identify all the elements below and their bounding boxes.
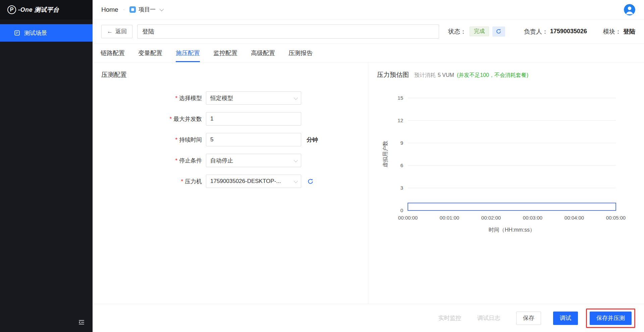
estimate-label: 预计消耗 bbox=[414, 72, 436, 79]
load-machine-select[interactable]: 17590035026-DESKTOP-... bbox=[206, 175, 301, 188]
model-label: 选择模型 bbox=[101, 94, 202, 102]
max-concurrency-label: 最大并发数 bbox=[101, 115, 202, 123]
sidebar: P -One 测试平台 测试场景 bbox=[0, 0, 93, 332]
topbar-right bbox=[624, 4, 635, 15]
tab-pressure-config[interactable]: 施压配置 bbox=[176, 44, 200, 62]
form-row-duration: 持续时间 分钟 bbox=[101, 133, 359, 146]
scene-name-input[interactable] bbox=[137, 25, 439, 39]
duration-input[interactable] bbox=[206, 133, 301, 146]
debug-button[interactable]: 调试 bbox=[553, 312, 578, 325]
stop-condition-select[interactable]: 自动停止 bbox=[206, 154, 301, 167]
refresh-icon bbox=[307, 178, 314, 185]
module-value: 登陆 bbox=[623, 28, 635, 36]
scenario-icon bbox=[14, 30, 20, 36]
user-icon bbox=[624, 4, 635, 15]
save-and-run-button[interactable]: 保存并压测 bbox=[590, 312, 632, 325]
module-label: 模块： bbox=[603, 28, 621, 36]
duration-unit-label: 分钟 bbox=[307, 136, 318, 144]
svg-text:00:00:00: 00:00:00 bbox=[398, 215, 418, 221]
sidebar-menu: 测试场景 bbox=[0, 24, 93, 42]
svg-text:6: 6 bbox=[400, 162, 403, 168]
form-row-load-machine: 压力机 17590035026-DESKTOP-... bbox=[101, 175, 359, 188]
status-badge: 完成 bbox=[470, 27, 489, 36]
pressure-config-form: 选择模型 恒定模型 最大并发数 持续时间 分钟 bbox=[101, 91, 359, 188]
model-select-value: 恒定模型 bbox=[210, 94, 233, 102]
chart-gridlines bbox=[408, 98, 616, 188]
breadcrumb-separator: · bbox=[123, 7, 125, 13]
svg-text:00:03:00: 00:03:00 bbox=[523, 215, 542, 221]
tab-test-report[interactable]: 压测报告 bbox=[288, 44, 313, 62]
chart-x-labels: 00:00:0000:01:0000:02:0000:03:0000:04:00… bbox=[398, 215, 626, 221]
chart-header: 压力预估图 预计消耗 5 VUM (并发不足100，不会消耗套餐) bbox=[377, 70, 635, 79]
sidebar-item-test-scenario[interactable]: 测试场景 bbox=[0, 24, 93, 42]
svg-text:9: 9 bbox=[400, 140, 403, 146]
panel-title: 压测配置 bbox=[101, 70, 359, 79]
load-machine-refresh-button[interactable] bbox=[307, 178, 314, 185]
annotation-box: 保存并压测 bbox=[586, 309, 635, 328]
model-select[interactable]: 恒定模型 bbox=[206, 91, 301, 105]
logo-icon: P bbox=[7, 5, 16, 14]
back-button[interactable]: ← 返回 bbox=[101, 25, 132, 38]
sidebar-collapse-button[interactable] bbox=[76, 317, 87, 327]
toolbar-right: 状态： 完成 负责人： 17590035026 模块： 登陆 bbox=[448, 27, 635, 37]
svg-text:00:05:00: 00:05:00 bbox=[606, 215, 626, 221]
app-logo: P -One 测试平台 bbox=[0, 0, 93, 19]
chevron-down-icon bbox=[160, 7, 164, 11]
breadcrumb-home[interactable]: Home bbox=[101, 6, 118, 13]
tab-advanced-config[interactable]: 高级配置 bbox=[251, 44, 275, 62]
pressure-estimate-panel: 压力预估图 预计消耗 5 VUM (并发不足100，不会消耗套餐) 036912… bbox=[368, 62, 644, 304]
logo-text: -One 测试平台 bbox=[18, 6, 59, 14]
save-button[interactable]: 保存 bbox=[516, 312, 541, 325]
back-button-label: 返回 bbox=[115, 28, 127, 35]
chart-y-axis-title: 虚拟用户数 bbox=[382, 141, 388, 168]
status-label: 状态： bbox=[448, 28, 466, 36]
realtime-monitor-button[interactable]: 实时监控 bbox=[438, 314, 461, 322]
svg-text:12: 12 bbox=[397, 117, 403, 123]
svg-text:15: 15 bbox=[397, 95, 403, 101]
user-avatar[interactable] bbox=[624, 4, 635, 15]
load-machine-value: 17590035026-DESKTOP-... bbox=[210, 178, 281, 185]
menu-fold-icon bbox=[78, 319, 85, 326]
owner-value: 17590035026 bbox=[550, 28, 587, 35]
svg-text:00:04:00: 00:04:00 bbox=[565, 215, 584, 221]
form-row-stop-condition: 停止条件 自动停止 bbox=[101, 154, 359, 167]
estimate-note: (并发不足100，不会消耗套餐) bbox=[457, 72, 528, 79]
form-row-model: 选择模型 恒定模型 bbox=[101, 91, 359, 105]
back-arrow-icon: ← bbox=[107, 28, 113, 35]
chart-y-labels: 03691215 bbox=[397, 95, 403, 213]
scene-toolbar: ← 返回 状态： 完成 负责人： 17590035026 模块： 登陆 bbox=[93, 19, 644, 44]
chevron-down-icon bbox=[294, 95, 298, 100]
form-row-max-concurrency: 最大并发数 bbox=[101, 112, 359, 126]
app-window: P -One 测试平台 测试场景 Ho bbox=[0, 0, 644, 332]
svg-text:00:01:00: 00:01:00 bbox=[440, 215, 459, 221]
duration-label: 持续时间 bbox=[101, 136, 202, 144]
chevron-down-icon bbox=[294, 179, 298, 183]
config-tabs: 链路配置 变量配置 施压配置 监控配置 高级配置 压测报告 bbox=[93, 44, 644, 62]
chart-x-axis-title: 时间（HH:mm:ss） bbox=[489, 227, 535, 233]
stop-condition-label: 停止条件 bbox=[101, 157, 202, 164]
project-name: 项目一 bbox=[139, 6, 156, 13]
sidebar-item-label: 测试场景 bbox=[24, 29, 47, 37]
load-machine-label: 压力机 bbox=[101, 178, 202, 185]
svg-text:3: 3 bbox=[400, 185, 403, 191]
max-concurrency-input[interactable] bbox=[206, 112, 301, 126]
debug-log-button[interactable]: 调试日志 bbox=[477, 314, 500, 322]
tab-link-config[interactable]: 链路配置 bbox=[101, 44, 125, 62]
topbar: Home · 项目一 bbox=[93, 0, 644, 19]
main-area: Home · 项目一 bbox=[93, 0, 644, 332]
tab-variable-config[interactable]: 变量配置 bbox=[138, 44, 162, 62]
tab-monitor-config[interactable]: 监控配置 bbox=[213, 44, 237, 62]
content: 压测配置 选择模型 恒定模型 最大并发数 持续时间 bbox=[93, 62, 644, 304]
pressure-config-panel: 压测配置 选择模型 恒定模型 最大并发数 持续时间 bbox=[93, 62, 368, 304]
estimate-value: 5 VUM bbox=[438, 72, 454, 78]
chart-series-constant-load bbox=[408, 203, 616, 210]
project-selector[interactable]: 项目一 bbox=[129, 6, 163, 13]
svg-text:0: 0 bbox=[400, 207, 403, 213]
chevron-down-icon bbox=[294, 158, 298, 162]
svg-text:00:02:00: 00:02:00 bbox=[481, 215, 501, 221]
footer-actions: 实时监控 调试日志 保存 调试 保存并压测 bbox=[93, 304, 644, 332]
project-icon bbox=[129, 6, 136, 13]
refresh-icon bbox=[496, 29, 501, 34]
status-refresh-button[interactable] bbox=[492, 27, 505, 37]
chart-title: 压力预估图 bbox=[377, 70, 409, 79]
